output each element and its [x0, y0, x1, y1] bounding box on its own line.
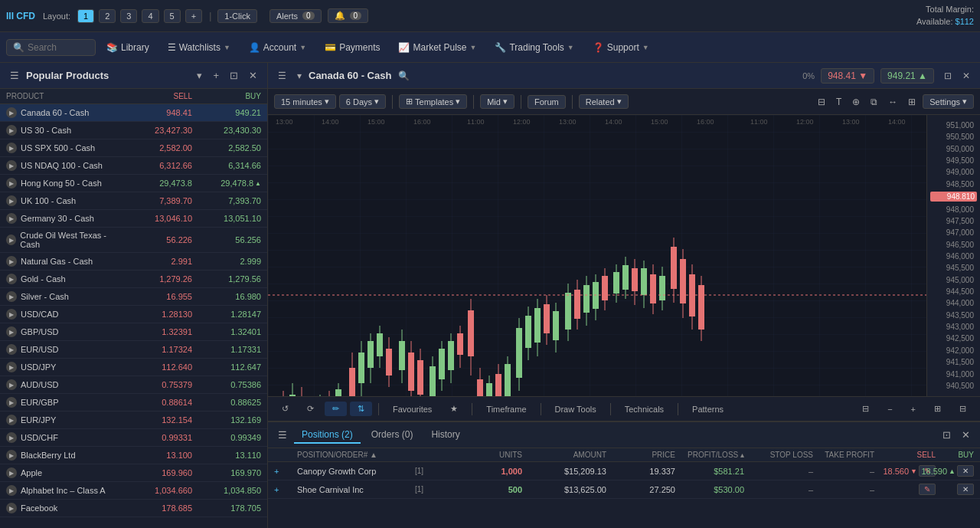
- payments-btn[interactable]: 💳 Payments: [317, 39, 387, 56]
- product-row[interactable]: ▶EUR/JPY132.154132.169: [0, 412, 267, 429]
- pos-expand-2[interactable]: +: [274, 485, 297, 494]
- pos-sell-btn-2[interactable]: ✎: [919, 484, 936, 495]
- pos-expand-btn[interactable]: ⊡: [939, 428, 955, 442]
- pos-menu-btn[interactable]: ☰: [274, 428, 291, 442]
- chart-expand-btn[interactable]: ⊡: [940, 69, 956, 83]
- pos-close-btn[interactable]: ✕: [958, 428, 974, 442]
- chart-search-btn[interactable]: 🔍: [394, 69, 413, 83]
- pos-expand-1[interactable]: +: [274, 467, 297, 476]
- chart-settings-btn[interactable]: ⊟: [952, 402, 974, 416]
- product-row[interactable]: ▶Crude Oil West Texas - Cash56.22656.256: [0, 228, 267, 253]
- panel-close-btn[interactable]: ✕: [245, 68, 261, 83]
- chart-dropdown-btn[interactable]: ▾: [293, 69, 305, 83]
- settings-btn[interactable]: Settings ▾: [923, 94, 974, 109]
- product-row[interactable]: ▶Alphabet Inc – Class A1,034.6601,034.85…: [0, 482, 267, 500]
- price-type-btn[interactable]: Mid ▾: [480, 94, 514, 109]
- templates-btn[interactable]: ⊞ Templates ▾: [399, 94, 467, 109]
- chart-menu-btn[interactable]: ☰: [274, 69, 290, 83]
- product-row[interactable]: ▶UK 100 - Cash7,389.707,393.70: [0, 192, 267, 210]
- swap-btn[interactable]: ⇅: [350, 402, 372, 416]
- product-row[interactable]: ▶Facebook178.685178.705: [0, 500, 267, 517]
- product-row[interactable]: ▶Apple169.960169.970: [0, 464, 267, 482]
- product-row[interactable]: ▶US NDAQ 100 - Cash6,312.666,314.66: [0, 157, 267, 175]
- product-row[interactable]: ▶Natural Gas - Cash2.9912.999: [0, 253, 267, 271]
- product-row[interactable]: ▶US 30 - Cash23,427.3023,430.30: [0, 122, 267, 139]
- product-row[interactable]: ▶Silver - Cash16.95516.980: [0, 288, 267, 306]
- chart-tool1[interactable]: ⊟: [814, 95, 829, 109]
- y-label-10: 946,500: [930, 241, 977, 249]
- product-buy: 1.17331: [192, 345, 261, 354]
- search-box[interactable]: 🔍: [6, 39, 96, 56]
- chart-zoom-in-btn[interactable]: +: [903, 402, 923, 416]
- chart-tool3[interactable]: ⊕: [848, 95, 864, 109]
- sync-btn[interactable]: ⟳: [299, 402, 322, 416]
- product-row[interactable]: ▶EUR/USD1.173241.17331: [0, 341, 267, 359]
- timeframe-btn[interactable]: 15 minutes ▾: [274, 94, 336, 109]
- positions-tab[interactable]: Positions (2): [294, 427, 361, 444]
- tab-4[interactable]: 4: [142, 9, 158, 23]
- product-row[interactable]: ▶US SPX 500 - Cash2,582.002,582.50: [0, 139, 267, 157]
- tab-2[interactable]: 2: [99, 9, 116, 23]
- orders-tab[interactable]: Orders (0): [364, 427, 421, 444]
- product-row[interactable]: ▶USD/JPY112.640112.647: [0, 359, 267, 376]
- product-row[interactable]: ▶USD/CHF0.993310.99349: [0, 429, 267, 447]
- patterns-btn[interactable]: Patterns: [684, 402, 731, 416]
- panel-dropdown-btn[interactable]: ▾: [193, 68, 206, 83]
- technicals-btn[interactable]: Technicals: [617, 402, 671, 416]
- watchlists-btn[interactable]: ☰ Watchlists ▼: [160, 39, 238, 56]
- chart-add-btn[interactable]: ⊞: [926, 402, 949, 416]
- search-input[interactable]: [28, 42, 89, 53]
- product-name: EUR/GBP: [21, 398, 59, 407]
- chart-close-btn[interactable]: ✕: [959, 69, 974, 83]
- notifications-btn[interactable]: 🔔 0: [328, 8, 369, 23]
- chart-bottom-toolbar: ↺ ⟳ ✏ ⇅ Favourites ★ Timeframe Draw Tool…: [268, 396, 980, 421]
- product-row[interactable]: ▶Canada 60 - Cash948.41949.21: [0, 104, 267, 122]
- forum-btn[interactable]: Forum: [528, 95, 566, 109]
- tab-5[interactable]: 5: [164, 9, 181, 23]
- library-btn[interactable]: 📚 Library: [99, 39, 157, 56]
- chart-tool2[interactable]: T: [832, 95, 845, 109]
- panel-menu-btn[interactable]: ☰: [6, 68, 23, 83]
- tab-1[interactable]: 1: [77, 9, 94, 23]
- chart-layout-btn[interactable]: ⊟: [854, 402, 877, 416]
- pos-close-btn-2[interactable]: ✕: [957, 484, 974, 495]
- star-btn[interactable]: ★: [443, 402, 466, 416]
- chart-tool6[interactable]: ⊞: [904, 95, 920, 109]
- chart-canvas: 13:00 14:00 15:00 16:00 11:00 12:00 13:0…: [268, 115, 980, 396]
- timeframe-bottom-btn[interactable]: Timeframe: [479, 402, 534, 416]
- product-row[interactable]: ▶GBP/USD1.323911.32401: [0, 323, 267, 341]
- market-pulse-btn[interactable]: 📈 Market Pulse ▼: [390, 39, 484, 56]
- pos-close-btn-1[interactable]: ✕: [957, 465, 974, 477]
- product-row[interactable]: ▶AUD/USD0.753790.75386: [0, 376, 267, 394]
- pencil-btn[interactable]: ✏: [325, 402, 347, 416]
- alerts-btn[interactable]: Alerts 0: [270, 9, 322, 23]
- account-btn[interactable]: 👤 Account ▼: [241, 39, 314, 56]
- product-row[interactable]: ▶Hong Kong 50 - Cash29,473.829,478.8 ▲: [0, 175, 267, 192]
- product-row[interactable]: ▶Germany 30 - Cash13,046.1013,051.10: [0, 210, 267, 228]
- product-row[interactable]: ▶Gold - Cash1,279.261,279.56: [0, 271, 267, 288]
- add-layout-btn[interactable]: +: [185, 9, 202, 23]
- product-row[interactable]: ▶USD/CAD1.281301.28147: [0, 306, 267, 323]
- chart-zoom-out-btn[interactable]: −: [880, 402, 900, 416]
- svg-rect-97: [671, 247, 677, 289]
- chart-tool5[interactable]: ↔: [884, 95, 901, 109]
- y-label-16: 943,500: [930, 311, 977, 320]
- period-btn[interactable]: 6 Days ▾: [339, 94, 386, 109]
- chart-tool4[interactable]: ⧉: [867, 95, 881, 109]
- related-btn[interactable]: Related ▾: [579, 94, 629, 109]
- draw-tools-btn[interactable]: Draw Tools: [547, 402, 604, 416]
- favourites-btn[interactable]: Favourites: [385, 402, 439, 416]
- y-label-13: 945,000: [930, 276, 977, 284]
- panel-expand-btn[interactable]: ⊡: [226, 68, 242, 83]
- trading-tools-label: Trading Tools: [509, 42, 564, 53]
- panel-add-btn[interactable]: +: [209, 68, 223, 83]
- history-tab[interactable]: History: [423, 427, 467, 444]
- svg-rect-87: [622, 265, 629, 290]
- product-row[interactable]: ▶BlackBerry Ltd13.10013.110: [0, 447, 267, 464]
- one-click-btn[interactable]: 1-Click: [217, 9, 257, 23]
- trading-tools-btn[interactable]: 🔧 Trading Tools ▼: [487, 39, 581, 56]
- support-btn[interactable]: ❓ Support ▼: [585, 39, 657, 56]
- tab-3[interactable]: 3: [120, 9, 137, 23]
- refresh-btn[interactable]: ↺: [274, 402, 296, 416]
- product-row[interactable]: ▶EUR/GBP0.886140.88625: [0, 394, 267, 412]
